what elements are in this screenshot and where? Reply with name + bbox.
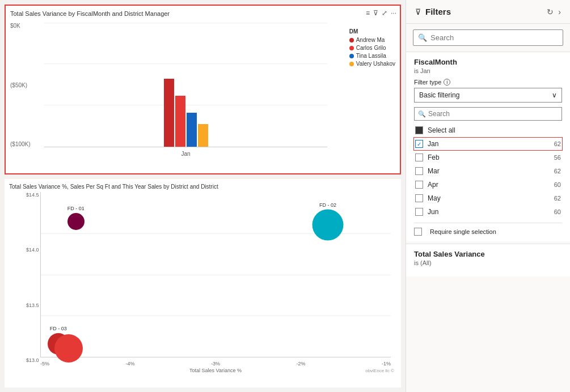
legend-dot-3: [349, 62, 354, 66]
mar-checkbox[interactable]: [415, 167, 423, 175]
may-checkbox[interactable]: [415, 194, 423, 202]
focus-icon[interactable]: ⤢: [382, 9, 387, 17]
filter-item-apr[interactable]: Apr 60: [414, 178, 562, 191]
filter-type-label: Filter type i: [414, 79, 562, 86]
require-single-selection[interactable]: Require single selection: [414, 223, 562, 236]
jan-count: 62: [554, 140, 561, 147]
filters-panel: ⊽ Filters ↻ › 🔍 FiscalMonth is Jan Filte…: [406, 0, 570, 392]
y-label-2: ($100K): [10, 141, 41, 147]
bar-0: [164, 79, 174, 147]
bar-chart-container: Total Sales Variance by FiscalMonth and …: [5, 5, 401, 174]
apr-label: Apr: [428, 181, 438, 189]
info-icon: i: [444, 79, 450, 86]
filter-search-box[interactable]: 🔍: [413, 29, 563, 46]
scatter-chart-container: Total Sales Variance %, Sales Per Sq Ft …: [5, 179, 401, 387]
watermark: obviEnce llc ©: [365, 368, 394, 373]
charts-area: Total Sales Variance by FiscalMonth and …: [0, 0, 406, 392]
may-count: 62: [554, 195, 561, 202]
feb-count: 56: [554, 154, 561, 161]
legend-dot-1: [349, 46, 354, 50]
bar-chart-title: Total Sales Variance by FiscalMonth and …: [10, 10, 395, 17]
chart-plot: Jan: [44, 23, 327, 147]
y-label-0: $0K: [10, 23, 41, 29]
refresh-icon[interactable]: ↻: [547, 7, 554, 16]
bubble-fd02: [312, 210, 343, 241]
chart-toolbar: ≡ ⊽ ⤢ ···: [366, 9, 396, 17]
total-sales-variance-card: Total Sales Variance is (All): [406, 244, 570, 276]
filter-type-select[interactable]: Basic filtering ∨: [414, 88, 562, 103]
chevron-down-icon: ∨: [552, 91, 557, 99]
legend-item-3: Valery Ushakov: [349, 61, 395, 67]
drag-icon: ≡: [366, 9, 370, 17]
y-axis-labels: $0K ($50K) ($100K): [10, 23, 41, 147]
apr-checkbox[interactable]: [415, 181, 423, 189]
bubble-fd01-label: FD - 01: [67, 206, 85, 211]
fiscal-month-filter-card: FiscalMonth is Jan Filter type i Basic f…: [406, 52, 570, 241]
filter-icon[interactable]: ⊽: [373, 9, 378, 17]
scatter-y-axis: $14.5 $14.0 $13.5 $13.0: [26, 192, 39, 363]
feb-label: Feb: [428, 154, 440, 161]
total-sales-variance-name: Total Sales Variance: [414, 250, 562, 258]
search-magnifier-icon: 🔍: [418, 33, 427, 42]
bar-chart-inner: $0K ($50K) ($100K) Jan DM: [10, 23, 395, 159]
filters-funnel-icon: ⊽: [415, 7, 421, 16]
legend-title: DM: [349, 28, 395, 35]
filter-item-may[interactable]: May 62: [414, 192, 562, 204]
bubble-fd01: [67, 213, 85, 230]
scatter-x-axis: -5% -4% -3% -2% -1%: [40, 361, 391, 367]
legend-dot-2: [349, 54, 354, 58]
filter-item-jan[interactable]: ✓ Jan 62: [414, 138, 562, 150]
filter-scroll-area[interactable]: FiscalMonth is Jan Filter type i Basic f…: [406, 52, 570, 392]
bar-1: [175, 96, 185, 147]
feb-checkbox[interactable]: [415, 154, 423, 161]
mar-count: 62: [554, 168, 561, 174]
legend-item-2: Tina Lassila: [349, 53, 395, 59]
scatter-x-label: Total Sales Variance %: [40, 368, 391, 373]
total-sales-variance-value: is (All): [414, 259, 562, 266]
legend-dot-0: [349, 38, 354, 42]
select-all-checkbox[interactable]: [415, 126, 423, 134]
legend: DM Andrew Ma Carlos Grilo Tina Lassila V…: [349, 28, 395, 69]
filters-header: ⊽ Filters ↻ ›: [406, 0, 570, 24]
filter-item-feb[interactable]: Feb 56: [414, 151, 562, 164]
filters-title: Filters: [425, 7, 542, 16]
fiscal-month-field-name: FiscalMonth: [414, 58, 562, 66]
more-icon[interactable]: ···: [391, 9, 396, 17]
bubble-fd04: [54, 334, 83, 363]
jun-count: 60: [554, 208, 561, 215]
jan-label: Jan: [428, 140, 438, 148]
legend-item-1: Carlos Grilo: [349, 45, 395, 51]
x-label: Jan: [181, 151, 190, 157]
filter-search-input[interactable]: [430, 33, 558, 42]
jun-label: Jun: [428, 208, 438, 216]
filters-header-icons: ↻ ›: [547, 7, 561, 16]
mar-label: Mar: [428, 167, 440, 175]
inner-search-icon: 🔍: [418, 110, 426, 118]
fiscal-month-field-value: is Jan: [414, 67, 562, 74]
may-label: May: [428, 194, 441, 202]
scatter-inner: $14.5 $14.0 $13.5 $13.0 FD - 01 FD - 03: [9, 192, 396, 374]
require-single-checkbox[interactable]: [414, 228, 422, 236]
apr-count: 60: [554, 181, 561, 188]
bubble-fd03-label: FD - 03: [50, 326, 67, 331]
bar-2: [187, 113, 197, 147]
jun-checkbox[interactable]: [415, 208, 423, 216]
bubble-fd02-label: FD - 02: [319, 202, 336, 208]
filter-inner-search-input[interactable]: [428, 110, 513, 118]
scatter-title: Total Sales Variance %, Sales Per Sq Ft …: [9, 184, 396, 190]
filter-select-all[interactable]: Select all: [414, 124, 562, 137]
scatter-plot: FD - 01 FD - 03 FD - 02: [40, 192, 391, 357]
y-label-1: ($50K): [10, 82, 41, 88]
legend-item-0: Andrew Ma: [349, 37, 395, 43]
filter-item-jun[interactable]: Jun 60: [414, 206, 562, 218]
expand-icon[interactable]: ›: [558, 7, 561, 16]
filter-item-mar[interactable]: Mar 62: [414, 165, 562, 177]
jan-checkbox[interactable]: ✓: [415, 140, 423, 148]
bars-group: [164, 79, 208, 147]
bar-3: [198, 124, 208, 147]
filter-inner-search[interactable]: 🔍: [414, 107, 562, 121]
